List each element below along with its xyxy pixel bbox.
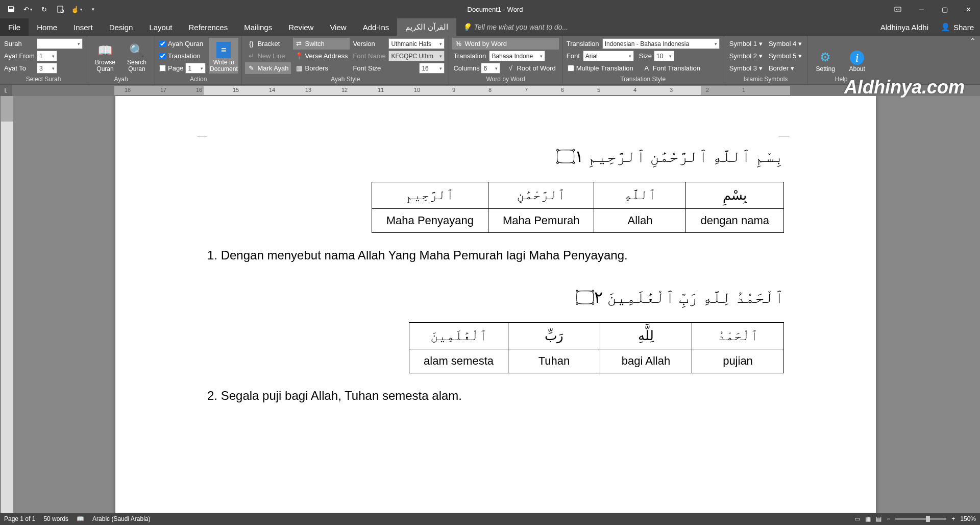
translation-combo[interactable]: Indonesian - Bahasa Indonesia▾ xyxy=(602,38,720,49)
verse-address-button[interactable]: 📍Verse Address xyxy=(293,50,350,62)
border-button[interactable]: Border ▾ xyxy=(767,62,804,74)
tab-file[interactable]: File xyxy=(0,18,29,36)
setting-button[interactable]: ⚙Setting xyxy=(811,38,840,74)
browse-quran-button[interactable]: 📖Browse Quran xyxy=(90,38,120,74)
word-by-word-button[interactable]: %Word by Word xyxy=(452,38,558,50)
zoom-in-button[interactable]: + xyxy=(951,515,955,522)
tab-references[interactable]: References xyxy=(180,18,236,36)
translation-2[interactable]: 2. Segala puji bagi Allah, Tuhan semesta… xyxy=(207,389,784,403)
close-button[interactable]: ✕ xyxy=(957,0,980,18)
tab-design[interactable]: Design xyxy=(101,18,141,36)
word-cell[interactable]: رَبِّ xyxy=(508,323,600,349)
tab-mailings[interactable]: Mailings xyxy=(236,18,280,36)
symbol2-button[interactable]: Symbol 2 ▾ xyxy=(727,50,765,62)
symbol5-button[interactable]: Symbol 5 ▾ xyxy=(767,50,804,62)
maximize-button[interactable]: ▢ xyxy=(933,0,957,18)
trans-cell[interactable]: bagi Allah xyxy=(600,349,692,373)
tab-insert[interactable]: Insert xyxy=(65,18,101,36)
share-icon: 👤 xyxy=(941,22,950,32)
tab-quran[interactable]: القرآن الكريم xyxy=(397,18,456,36)
trans-cell[interactable]: dengan nama xyxy=(686,208,784,232)
word-cell[interactable]: بِسْمِ xyxy=(686,182,784,208)
save-button[interactable] xyxy=(4,2,18,16)
word-cell[interactable]: لِلَّهِ xyxy=(600,323,692,349)
spell-check-icon[interactable]: 📖 xyxy=(77,515,84,522)
word-cell[interactable]: ٱلرَّحْمَٰنِ xyxy=(488,182,594,208)
word-table-1[interactable]: ٱلرَّحِيمِٱلرَّحْمَٰنِٱللَّهِبِسْمِ Maha… xyxy=(372,182,784,233)
trans-cell[interactable]: Allah xyxy=(594,208,686,232)
root-of-word-button[interactable]: √Root of Word xyxy=(504,62,557,74)
print-layout-button[interactable]: ▦ xyxy=(865,515,871,522)
symbol1-button[interactable]: Symbol 1 ▾ xyxy=(727,38,765,50)
tab-addins[interactable]: Add-Ins xyxy=(355,18,398,36)
font-translation-button[interactable]: AFont Translation xyxy=(641,62,702,74)
page-status[interactable]: Page 1 of 1 xyxy=(4,515,35,522)
verse-1-arabic[interactable]: بِسْمِ ٱللَّهِ ٱلرَّحْمَٰنِ ٱلرَّحِيمِ ۝… xyxy=(207,142,784,172)
borders-button[interactable]: ▦Borders xyxy=(293,62,350,74)
ayah-quran-check[interactable]: Ayah Quran xyxy=(158,38,207,50)
mark-ayah-button[interactable]: ✎Mark Ayah xyxy=(245,62,290,74)
language-status[interactable]: Arabic (Saudi Arabia) xyxy=(92,515,150,522)
ruler-corner[interactable]: L xyxy=(0,85,12,96)
search-quran-button[interactable]: 🔍Search Quran xyxy=(122,38,152,74)
qat-customize-button[interactable]: ▾ xyxy=(86,2,100,16)
word-cell[interactable]: ٱللَّهِ xyxy=(594,182,686,208)
print-preview-button[interactable] xyxy=(53,2,67,16)
word-cell[interactable]: ٱلرَّحِيمِ xyxy=(372,182,488,208)
font-name-combo[interactable]: KFGQPC Uthm▾ xyxy=(388,51,445,61)
ayat-from-spin[interactable]: 1▾ xyxy=(37,51,57,61)
font-size-combo[interactable]: 16▾ xyxy=(419,63,445,74)
word-cell[interactable]: ٱلْحَمْدُ xyxy=(692,323,784,349)
zoom-slider[interactable] xyxy=(895,518,946,520)
trans-cell[interactable]: Maha Pemurah xyxy=(488,208,594,232)
columns-spin[interactable]: 6▾ xyxy=(481,63,500,74)
user-account[interactable]: Aldhinya Aldhi xyxy=(874,18,935,36)
tab-review[interactable]: Review xyxy=(280,18,322,36)
switch-button[interactable]: ⇄Switch xyxy=(293,38,350,50)
collapse-ribbon-button[interactable]: ⌃ xyxy=(968,36,978,46)
horizontal-ruler[interactable]: 181716151413121110987654321 xyxy=(114,86,790,95)
page-spin[interactable]: 1▾ xyxy=(185,63,206,74)
wbw-translation-combo[interactable]: Bahasa Indone▾ xyxy=(489,51,545,61)
trans-cell[interactable]: alam semesta xyxy=(409,349,508,373)
symbol4-button[interactable]: Symbol 4 ▾ xyxy=(767,38,804,50)
web-layout-button[interactable]: ▤ xyxy=(876,515,881,522)
word-cell[interactable]: ٱلْعَٰلَمِينَ xyxy=(409,323,508,349)
zoom-out-button[interactable]: − xyxy=(887,515,890,522)
tab-view[interactable]: View xyxy=(322,18,354,36)
trans-cell[interactable]: pujian xyxy=(692,349,784,373)
multiple-translation-check[interactable]: Multiple Translation xyxy=(567,62,634,74)
bracket-button[interactable]: {}Bracket xyxy=(245,38,290,50)
zoom-level[interactable]: 150% xyxy=(960,515,976,522)
tab-home[interactable]: Home xyxy=(29,18,65,36)
translation-1[interactable]: 1. Dengan menyebut nama Allah Yang Maha … xyxy=(207,248,784,262)
word-count[interactable]: 50 words xyxy=(43,515,68,522)
size-combo[interactable]: 10▾ xyxy=(654,51,674,61)
tab-layout[interactable]: Layout xyxy=(141,18,180,36)
read-mode-button[interactable]: ▭ xyxy=(854,515,860,522)
ribbon-display-button[interactable] xyxy=(886,0,910,18)
trans-cell[interactable]: Tuhan xyxy=(508,349,600,373)
about-button[interactable]: iAbout xyxy=(842,38,872,74)
page-check[interactable]: Page1▾ xyxy=(158,62,207,74)
version-combo[interactable]: Uthmanic Hafs▾ xyxy=(388,38,445,49)
touch-mode-button[interactable]: ☝▾ xyxy=(69,2,84,16)
redo-button[interactable]: ↻ xyxy=(37,2,51,16)
undo-button[interactable]: ↶▾ xyxy=(20,2,35,16)
trans-cell[interactable]: Maha Penyayang xyxy=(372,208,488,232)
share-button[interactable]: 👤Share xyxy=(935,18,980,36)
font-combo[interactable]: Arial▾ xyxy=(583,51,634,61)
document-area[interactable]: بِسْمِ ٱللَّهِ ٱلرَّحْمَٰنِ ٱلرَّحِيمِ ۝… xyxy=(13,96,980,513)
minimize-button[interactable]: ─ xyxy=(910,0,933,18)
translation-check[interactable]: Translation xyxy=(158,50,207,62)
surah-combo[interactable]: ▾ xyxy=(37,38,83,49)
symbol3-button[interactable]: Symbol 3 ▾ xyxy=(727,62,765,74)
vertical-ruler[interactable] xyxy=(1,96,13,513)
new-line-button[interactable]: ↵New Line xyxy=(245,50,290,62)
ayat-to-spin[interactable]: 3▾ xyxy=(37,63,57,74)
verse-2-arabic[interactable]: ٱلْحَمْدُ لِلَّهِ رَبِّ ٱلْعَٰلَمِينَ ۝٢ xyxy=(207,283,784,313)
page[interactable]: بِسْمِ ٱللَّهِ ٱلرَّحْمَٰنِ ٱلرَّحِيمِ ۝… xyxy=(115,96,876,513)
write-to-document-button[interactable]: ≡Write to Document xyxy=(209,38,238,74)
tell-me-search[interactable]: 💡 Tell me what you want to do... xyxy=(456,18,874,36)
word-table-2[interactable]: ٱلْعَٰلَمِينَرَبِّلِلَّهِٱلْحَمْدُ alam … xyxy=(409,322,784,373)
